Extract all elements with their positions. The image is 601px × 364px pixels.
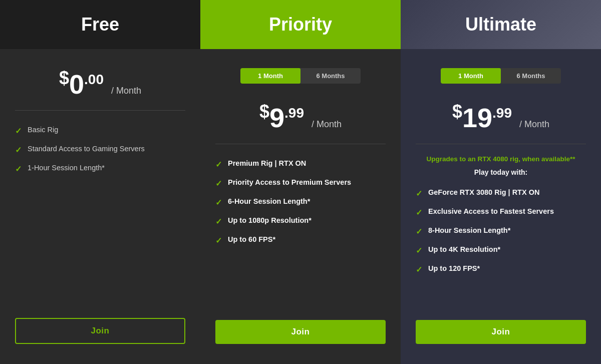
priority-join-button[interactable]: Join [215,320,386,344]
priority-price: $9.99 [259,103,312,133]
ultimate-toggle-1month[interactable]: 1 Month [441,68,501,84]
feature-text: Standard Access to Gaming Servers [28,145,145,153]
feature-text: Up to 1080p Resolution* [228,216,312,224]
feature-text: Up to 60 FPS* [228,235,275,243]
check-icon: ✓ [15,145,22,155]
free-period: / Month [111,86,141,96]
list-item: ✓ Up to 120 FPS* [416,264,586,274]
ultimate-cents: .99 [492,105,512,121]
ultimate-features: ✓ GeForce RTX 3080 Rig | RTX ON ✓ Exclus… [416,183,586,312]
list-item: ✓ Up to 4K Resolution* [416,245,586,255]
feature-text: Basic Rig [28,126,58,134]
play-today: Play today with: [416,168,586,176]
ultimate-body: 1 Month 6 Months $19.99 / Month Upgrades… [401,49,601,364]
free-join-wrap: Join [15,310,185,354]
free-title: Free [10,14,190,35]
priority-period: / Month [312,119,342,129]
list-item: ✓ Exclusive Access to Fastest Servers [416,207,586,217]
free-body: $0.00 / Month ✓ Basic Rig ✓ Standard Acc… [0,49,200,364]
priority-features: ✓ Premium Rig | RTX ON ✓ Priority Access… [215,154,386,312]
feature-text: Up to 120 FPS* [428,264,480,272]
feature-text: Up to 4K Resolution* [428,245,500,253]
free-cents: .00 [84,72,104,87]
ultimate-join-button[interactable]: Join [416,320,586,344]
list-item: ✓ 6-Hour Session Length* [215,197,386,207]
priority-toggle-1month[interactable]: 1 Month [240,68,300,84]
free-price: $0.00 [59,69,111,99]
priority-amount: 9 [269,103,284,133]
check-icon: ✓ [215,236,222,245]
priority-toggle-6months[interactable]: 6 Months [300,68,361,84]
check-icon: ✓ [416,246,422,255]
free-amount: 0 [69,69,84,99]
upgrade-note: Upgrades to an RTX 4080 rig, when availa… [416,154,586,164]
list-item: ✓ 1-Hour Session Length* [15,164,185,174]
list-item: ✓ Standard Access to Gaming Servers [15,145,185,155]
ultimate-currency: $ [452,101,462,122]
list-item: ✓ GeForce RTX 3080 Rig | RTX ON [416,188,586,198]
feature-text: 8-Hour Session Length* [428,226,510,234]
feature-text: Exclusive Access to Fastest Servers [428,207,554,215]
check-icon: ✓ [416,227,422,236]
free-features: ✓ Basic Rig ✓ Standard Access to Gaming … [15,121,185,310]
check-icon: ✓ [416,208,422,217]
priority-header: Priority [200,0,401,49]
ultimate-amount: 19 [462,103,492,133]
ultimate-price: $19.99 [452,103,519,133]
feature-text: Premium Rig | RTX ON [228,159,306,167]
free-header: Free [0,0,200,49]
list-item: ✓ Priority Access to Premium Servers [215,178,386,188]
plan-priority: Priority 1 Month 6 Months $9.99 / Month … [200,0,401,364]
check-icon: ✓ [416,189,422,198]
check-icon: ✓ [215,198,222,207]
ultimate-divider [416,144,586,144]
list-item: ✓ Basic Rig [15,126,185,136]
free-join-button[interactable]: Join [15,318,185,344]
ultimate-title: Ultimate [411,14,591,35]
ultimate-billing-toggle: 1 Month 6 Months [441,68,561,84]
plan-ultimate: Ultimate 1 Month 6 Months $19.99 / Month… [401,0,601,364]
list-item: ✓ Up to 1080p Resolution* [215,216,386,226]
feature-text: Priority Access to Premium Servers [228,178,351,186]
ultimate-header: Ultimate [401,0,601,49]
list-item: ✓ Premium Rig | RTX ON [215,159,386,169]
plan-free: Free $0.00 / Month ✓ Basic Rig ✓ [0,0,200,364]
pricing-container: Free $0.00 / Month ✓ Basic Rig ✓ [0,0,601,364]
check-icon: ✓ [416,265,422,274]
ultimate-toggle-6months[interactable]: 6 Months [501,68,561,84]
free-divider [15,110,185,111]
priority-join-wrap: Join [215,312,386,354]
priority-billing-toggle: 1 Month 6 Months [240,68,361,84]
check-icon: ✓ [15,164,22,174]
priority-cents: .99 [284,105,304,121]
ultimate-join-wrap: Join [416,312,586,354]
priority-price-section: $9.99 / Month [215,93,386,139]
check-icon: ✓ [215,179,222,188]
free-price-section: $0.00 / Month [15,59,185,105]
priority-currency: $ [259,101,269,122]
ultimate-price-section: $19.99 / Month [416,93,586,139]
free-currency: $ [59,68,69,88]
priority-body: 1 Month 6 Months $9.99 / Month ✓ Premium… [200,49,401,364]
priority-title: Priority [210,14,391,35]
check-icon: ✓ [15,126,22,136]
feature-text: 6-Hour Session Length* [228,197,310,205]
ultimate-period: / Month [519,119,549,129]
feature-text: GeForce RTX 3080 Rig | RTX ON [428,188,539,196]
list-item: ✓ 8-Hour Session Length* [416,226,586,236]
feature-text: 1-Hour Session Length* [28,164,105,172]
priority-divider [215,144,386,144]
list-item: ✓ Up to 60 FPS* [215,235,386,245]
check-icon: ✓ [215,217,222,226]
check-icon: ✓ [215,160,222,169]
